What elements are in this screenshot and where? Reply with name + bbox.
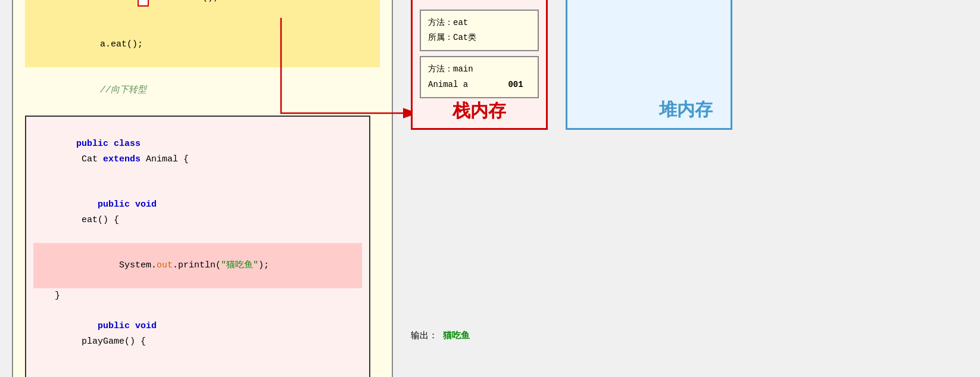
output-label: 输出： [411,331,438,341]
cat-line-4: } [33,288,362,304]
cat-line-1: public class Cat extends Animal { [33,121,362,182]
cat-line-5: public void playGame() { [33,304,362,364]
kw-cat-public: public class [76,139,141,149]
stack-eat-method: 方法：eat [428,15,530,30]
stack-label: 栈内存 [452,99,506,123]
var-a: a [138,0,149,7]
arrow-new: → new [154,0,181,3]
code-panel: public class public class AnimalDemo { p… [12,0,393,377]
cat-line-2: public void eat() { [33,182,362,243]
stack-main-animal: Animal a 001 [428,77,530,92]
heap-label: 堆内存 [659,98,713,122]
kw-void-eat: public void [98,200,157,210]
cat-line-3: System.out.println("猫吃鱼"); [33,243,362,289]
str-maochiyu: "猫吃鱼" [221,260,258,270]
code-line-animal-a: Animal a → new Cat(); [25,0,380,22]
stack-card-eat: 方法：eat 所属：Cat类 [420,10,539,51]
play-sig: playGame() { [76,337,146,347]
heap-panel: new new Cat() 001 堆内存 [566,0,732,130]
main-wrapper: public class public class AnimalDemo { p… [12,0,732,377]
kw-out: out [157,260,173,270]
cat-line-6: System.out.println("猫捉迷藏"); [33,364,362,377]
stack-card-main: 方法：main Animal a 001 [420,56,539,98]
eat-sig: eat() { [76,215,119,225]
stack-addr-val: 001 [508,80,523,89]
stack-panel: 方法：eat 所属：Cat类 方法：main Animal a 001 栈内存 [411,0,548,130]
code-line-a-eat: a.eat(); [25,22,380,68]
kw-void-play: public void [98,321,157,331]
cat-class-extends: Cat extends Animal { [76,154,189,164]
stack-main-method: 方法：main [428,62,530,77]
stack-eat-class: 所属：Cat类 [428,30,530,45]
output-value: 猫吃鱼 [443,331,470,341]
code-line-comment2: //向下转型 [25,67,380,113]
output-line: 输出： 猫吃鱼 [411,330,470,341]
cat-class-box: public class Cat extends Animal { public… [25,116,370,377]
